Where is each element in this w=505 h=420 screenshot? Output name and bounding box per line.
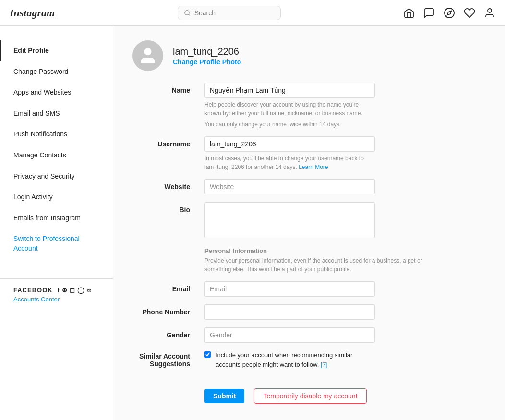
oculus-fb-icon: ∞ <box>87 287 92 294</box>
sidebar-menu: Edit Profile Change Password Apps and We… <box>0 40 113 259</box>
sidebar-item-manage-contacts[interactable]: Manage Contacts <box>0 145 113 166</box>
personal-info-title: Personal Information <box>204 247 430 254</box>
gender-field <box>204 327 375 343</box>
edit-profile-form: Name Help people discover your account b… <box>132 83 430 404</box>
facebook-label: FACEBOOK f ⊕ ◻ ◯ ∞ <box>13 287 99 294</box>
email-field <box>204 281 375 297</box>
svg-marker-3 <box>447 11 451 14</box>
sidebar-item-login-activity[interactable]: Login Activity <box>0 187 113 208</box>
bio-input[interactable] <box>204 202 375 238</box>
sidebar-item-emails-instagram[interactable]: Emails from Instagram <box>0 208 113 229</box>
facebook-icons: f ⊕ ◻ ◯ ∞ <box>58 287 92 294</box>
name-input[interactable] <box>204 83 375 98</box>
sidebar-item-privacy-security[interactable]: Privacy and Security <box>0 166 113 187</box>
website-field <box>204 179 375 194</box>
instagram-fb-icon: ◻ <box>70 287 75 294</box>
disable-account-button[interactable]: Temporarily disable my account <box>254 388 366 404</box>
similar-account-label: Similar Account Suggestions <box>132 350 190 368</box>
sidebar-item-apps-websites[interactable]: Apps and Websites <box>0 82 113 103</box>
sidebar-item-edit-profile[interactable]: Edit Profile <box>0 40 113 61</box>
personal-info-section: Personal Information Provide your person… <box>204 247 430 274</box>
explore-icon[interactable] <box>444 7 455 19</box>
sidebar-footer: FACEBOOK f ⊕ ◻ ◯ ∞ Accounts Center <box>0 278 113 311</box>
phone-row: Phone Number <box>132 304 430 320</box>
sidebar-item-push-notifications[interactable]: Push Notifications <box>0 124 113 145</box>
sidebar-item-email-sms[interactable]: Email and SMS <box>0 103 113 124</box>
phone-input[interactable] <box>204 304 375 320</box>
similar-account-checkbox-row: Include your account when recommending s… <box>204 350 375 369</box>
whatsapp-fb-icon: ◯ <box>77 287 85 294</box>
bio-row: Bio <box>132 202 430 240</box>
sidebar-item-change-password[interactable]: Change Password <box>0 61 113 83</box>
name-helper1: Help people discover your account by usi… <box>204 100 375 118</box>
username-label: Username <box>132 136 190 148</box>
username-field: In most cases, you'll be able to change … <box>204 136 375 171</box>
avatar-container[interactable] <box>132 40 163 71</box>
gender-input[interactable] <box>204 327 375 343</box>
profile-icon[interactable] <box>484 7 495 19</box>
svg-point-2 <box>445 8 454 18</box>
name-field: Help people discover your account by usi… <box>204 83 375 129</box>
sidebar-item-switch-professional[interactable]: Switch to Professional Account <box>0 228 113 259</box>
svg-point-4 <box>488 9 492 12</box>
profile-username: lam_tunq_2206 <box>173 46 241 57</box>
messenger-fb-icon: ⊕ <box>62 287 68 294</box>
heart-icon[interactable] <box>464 7 475 19</box>
phone-field <box>204 304 375 320</box>
avatar-placeholder-icon <box>138 46 157 65</box>
search-icon <box>184 9 191 17</box>
similar-account-field: Include your account when recommending s… <box>204 350 375 369</box>
name-helper2: You can only change your name twice with… <box>204 120 375 129</box>
similar-account-checkbox-label: Include your account when recommending s… <box>216 350 375 369</box>
bio-label: Bio <box>132 202 190 214</box>
phone-label: Phone Number <box>132 304 190 316</box>
nav-icons <box>403 7 495 19</box>
username-input[interactable] <box>204 136 375 152</box>
main-content: lam_tunq_2206 Change Profile Photo Name … <box>113 26 449 420</box>
email-row: Email <box>132 281 430 297</box>
personal-info-desc: Provide your personal information, even … <box>204 256 430 274</box>
instagram-logo: Instagram <box>10 7 55 19</box>
svg-point-5 <box>144 48 151 55</box>
website-label: Website <box>132 179 190 191</box>
search-input[interactable] <box>194 9 275 17</box>
name-row: Name Help people discover your account b… <box>132 83 430 129</box>
email-input[interactable] <box>204 281 375 297</box>
gender-label: Gender <box>132 327 190 339</box>
similar-account-checkbox[interactable] <box>204 351 211 358</box>
similar-account-row: Similar Account Suggestions Include your… <box>132 350 430 369</box>
svg-line-1 <box>188 14 190 15</box>
website-input[interactable] <box>204 179 375 194</box>
submit-button[interactable]: Submit <box>204 389 244 403</box>
similar-account-help[interactable]: [?] <box>321 361 327 368</box>
fb-icon: f <box>58 287 60 294</box>
bio-field <box>204 202 375 240</box>
learn-more-link[interactable]: Learn More <box>299 164 328 170</box>
top-nav: Instagram <box>0 0 505 26</box>
messenger-icon[interactable] <box>423 7 435 19</box>
form-buttons: Submit Temporarily disable my account <box>204 388 430 404</box>
email-label: Email <box>132 281 190 293</box>
avatar <box>132 40 163 71</box>
change-photo-link[interactable]: Change Profile Photo <box>173 58 241 66</box>
accounts-center-link[interactable]: Accounts Center <box>13 296 99 303</box>
profile-info: lam_tunq_2206 Change Profile Photo <box>173 46 241 66</box>
website-row: Website <box>132 179 430 194</box>
username-row: Username In most cases, you'll be able t… <box>132 136 430 171</box>
home-icon[interactable] <box>403 7 415 19</box>
gender-row: Gender <box>132 327 430 343</box>
username-helper: In most cases, you'll be able to change … <box>204 154 375 171</box>
profile-header: lam_tunq_2206 Change Profile Photo <box>132 40 430 71</box>
search-bar[interactable] <box>178 6 281 20</box>
sidebar: Edit Profile Change Password Apps and We… <box>0 26 113 420</box>
name-label: Name <box>132 83 190 94</box>
svg-point-0 <box>184 10 189 14</box>
